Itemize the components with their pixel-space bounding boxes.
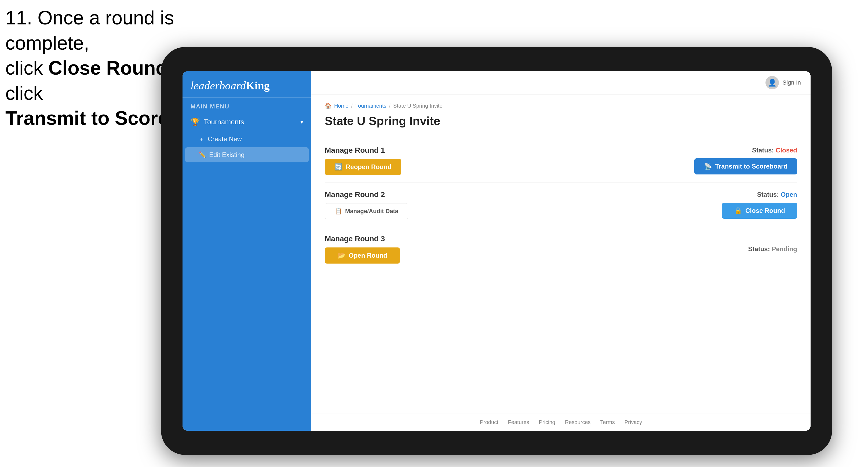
round-3-section: Manage Round 3 📂 Open Round Status: Pend… <box>325 227 797 271</box>
main-content: 👤 Sign In 🏠 Home / Tournaments / State U… <box>311 71 811 431</box>
reopen-round-button[interactable]: 🔄 Reopen Round <box>325 159 401 175</box>
sidebar-item-edit-existing[interactable]: ✏️ Edit Existing <box>185 147 309 162</box>
round-3-left: Manage Round 3 📂 Open Round <box>325 235 400 263</box>
manage-audit-label: Manage/Audit Data <box>345 208 398 215</box>
logo-king: King <box>246 80 270 92</box>
sidebar-logo: leaderboardKing <box>183 71 311 98</box>
round-2-section: Manage Round 2 📋 Manage/Audit Data Statu… <box>325 183 797 227</box>
transmit-to-scoreboard-button[interactable]: 📡 Transmit to Scoreboard <box>694 158 797 175</box>
transmit-icon: 📡 <box>704 163 712 170</box>
footer-features[interactable]: Features <box>508 419 529 426</box>
edit-existing-label: Edit Existing <box>209 151 245 159</box>
breadcrumb-tournaments[interactable]: Tournaments <box>355 103 386 109</box>
close-round-label: Close Round <box>745 207 785 214</box>
create-new-label: Create New <box>208 135 242 143</box>
footer-pricing[interactable]: Pricing <box>539 419 555 426</box>
sidebar-item-tournaments[interactable]: 🏆 Tournaments ▾ <box>183 113 311 131</box>
close-icon: 🔒 <box>734 207 742 214</box>
instruction-line1: 11. Once a round is complete, <box>5 7 174 54</box>
open-round-label: Open Round <box>349 252 387 259</box>
round-2-title: Manage Round 2 <box>325 190 408 199</box>
round-1-section: Manage Round 1 🔄 Reopen Round Status: Cl… <box>325 138 797 183</box>
tablet-screen: leaderboardKing MAIN MENU 🏆 Tournaments … <box>183 71 811 431</box>
manage-audit-button[interactable]: 📋 Manage/Audit Data <box>325 203 408 219</box>
breadcrumb-sep1: / <box>351 103 353 109</box>
round-3-status-value: Pending <box>772 245 797 253</box>
trophy-icon: 🏆 <box>191 118 200 126</box>
edit-icon: ✏️ <box>198 151 206 158</box>
round-1-right: Status: Closed 📡 Transmit to Scoreboard <box>694 147 797 175</box>
close-round-button[interactable]: 🔒 Close Round <box>722 203 797 219</box>
logo-leaderboard: leaderboard <box>191 80 246 92</box>
sidebar: leaderboardKing MAIN MENU 🏆 Tournaments … <box>183 71 311 431</box>
round-1-status-value: Closed <box>776 147 797 154</box>
sidebar-item-create-new[interactable]: ＋ Create New <box>183 131 311 147</box>
open-icon: 📂 <box>337 252 345 259</box>
sign-in-area: 👤 Sign In <box>766 76 801 89</box>
footer-product[interactable]: Product <box>480 419 498 426</box>
audit-icon: 📋 <box>335 208 342 215</box>
round-3-title: Manage Round 3 <box>325 235 400 243</box>
instruction-bold1: Close Round <box>48 57 167 79</box>
round-2-left: Manage Round 2 📋 Manage/Audit Data <box>325 190 408 219</box>
open-round-button[interactable]: 📂 Open Round <box>325 247 400 263</box>
app-layout: leaderboardKing MAIN MENU 🏆 Tournaments … <box>183 71 811 431</box>
plus-icon: ＋ <box>198 135 205 143</box>
footer-privacy[interactable]: Privacy <box>625 419 642 426</box>
chevron-down-icon: ▾ <box>300 119 303 126</box>
round-1-left: Manage Round 1 🔄 Reopen Round <box>325 146 401 175</box>
logo: leaderboardKing <box>191 79 303 92</box>
tournaments-label: Tournaments <box>204 118 300 126</box>
footer: Product Features Pricing Resources Terms… <box>311 413 811 431</box>
footer-resources[interactable]: Resources <box>565 419 591 426</box>
footer-terms[interactable]: Terms <box>600 419 615 426</box>
round-2-status: Status: Open <box>757 191 797 198</box>
breadcrumb-sep2: / <box>389 103 391 109</box>
main-menu-label: MAIN MENU <box>183 98 311 113</box>
top-bar: 👤 Sign In <box>311 71 811 94</box>
home-icon: 🏠 <box>325 102 332 109</box>
breadcrumb-home[interactable]: Home <box>334 103 348 109</box>
round-3-status: Status: Pending <box>748 245 797 253</box>
reopen-icon: 🔄 <box>334 163 342 171</box>
breadcrumb: 🏠 Home / Tournaments / State U Spring In… <box>325 102 797 109</box>
round-2-status-value: Open <box>781 191 797 198</box>
tablet-device: leaderboardKing MAIN MENU 🏆 Tournaments … <box>161 47 832 455</box>
transmit-label: Transmit to Scoreboard <box>715 163 787 170</box>
page-title: State U Spring Invite <box>325 114 797 128</box>
round-3-right: Status: Pending <box>748 245 797 253</box>
avatar: 👤 <box>766 76 779 89</box>
round-1-title: Manage Round 1 <box>325 146 401 155</box>
round-1-status: Status: Closed <box>752 147 797 154</box>
instruction-line2: click <box>5 57 48 79</box>
reopen-round-label: Reopen Round <box>346 163 392 171</box>
sign-in-label[interactable]: Sign In <box>783 79 801 86</box>
round-2-right: Status: Open 🔒 Close Round <box>722 191 797 219</box>
page-body: 🏠 Home / Tournaments / State U Spring In… <box>311 94 811 413</box>
breadcrumb-current: State U Spring Invite <box>393 103 442 109</box>
